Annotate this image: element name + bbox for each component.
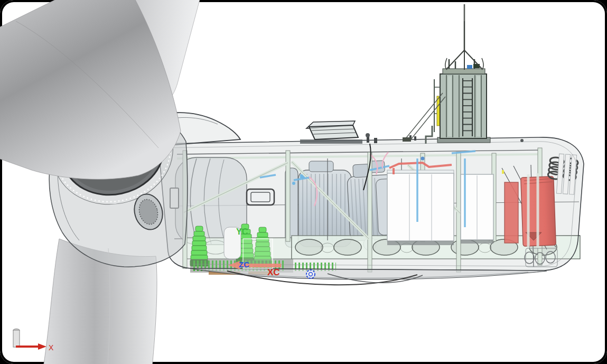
nacelle-underside	[190, 268, 547, 285]
x-axis-arrow	[16, 343, 46, 350]
nacelle-assembly[interactable]	[138, 113, 584, 285]
yellow-cable	[437, 96, 440, 126]
roof-hatch[interactable]	[300, 121, 362, 144]
wcs-z-label: ZC	[239, 260, 249, 269]
wcs-y-label: YC	[236, 227, 248, 236]
wcs-x-label: XC	[267, 267, 280, 277]
lightning-mast[interactable]	[445, 4, 483, 70]
cad-viewport[interactable]: YC ZC XC X	[0, 0, 607, 364]
orbit-center-icon	[306, 270, 315, 278]
datum-axis-cylinder[interactable]	[13, 330, 20, 347]
cooler-unit[interactable]	[403, 59, 490, 144]
turbine-nacelle-model[interactable]: YC ZC XC X	[0, 0, 607, 364]
axis-x-label: X	[49, 343, 54, 352]
cooler-valve-blue	[467, 65, 472, 69]
